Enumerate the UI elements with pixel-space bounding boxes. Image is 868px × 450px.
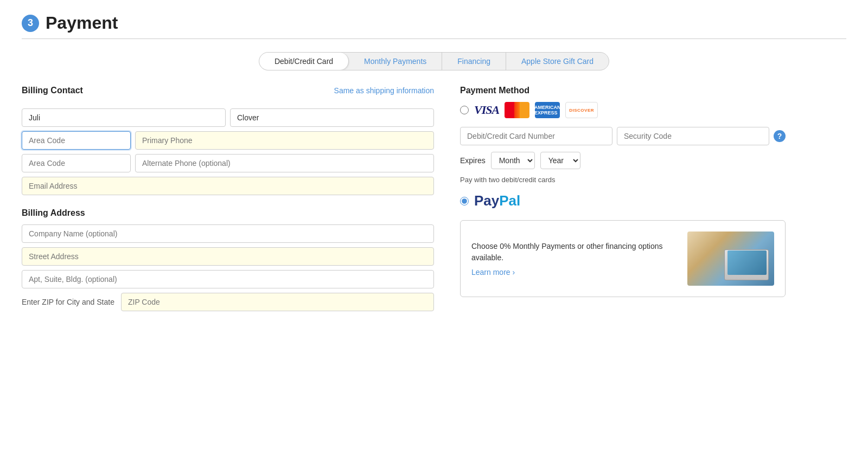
promo-image	[687, 232, 774, 286]
last-name-input[interactable]	[230, 108, 434, 127]
tab-monthly-payments[interactable]: Monthly Payments	[349, 53, 442, 70]
alternate-phone-input[interactable]	[135, 154, 434, 172]
payment-method-label: Payment Method	[460, 86, 786, 95]
discover-logo: DISCOVER	[565, 102, 598, 118]
amex-logo: AMERICANEXPRESS	[535, 102, 560, 118]
tab-debit-credit[interactable]: Debit/Credit Card	[259, 53, 349, 70]
card-number-input[interactable]	[460, 127, 612, 145]
street-address-input[interactable]	[22, 247, 434, 266]
apt-suite-input[interactable]	[22, 270, 434, 288]
page-title: Payment	[46, 13, 118, 33]
security-code-input[interactable]	[617, 127, 769, 145]
promo-banner: Choose 0% Monthly Payments or other fina…	[460, 220, 786, 297]
payment-tabs: Debit/Credit Card Monthly Payments Finan…	[22, 52, 846, 70]
promo-text: Choose 0% Monthly Payments or other fina…	[471, 241, 679, 263]
mastercard-logo	[505, 102, 529, 118]
same-as-shipping-link[interactable]: Same as shipping information	[334, 86, 434, 95]
area-code-alt-input[interactable]	[22, 154, 131, 172]
learn-more-link[interactable]: Learn more ›	[471, 268, 515, 277]
first-name-input[interactable]	[22, 108, 226, 127]
security-code-help-icon[interactable]: ?	[774, 130, 786, 142]
paypal-logo: PayPal	[474, 192, 520, 209]
tab-financing[interactable]: Financing	[442, 53, 506, 70]
tab-gift-card[interactable]: Apple Store Gift Card	[506, 53, 609, 70]
pay-two-cards-text: Pay with two debit/credit cards	[460, 176, 786, 184]
zip-code-input[interactable]	[121, 293, 434, 311]
company-name-input[interactable]	[22, 224, 434, 243]
billing-contact-label: Billing Contact	[22, 86, 83, 95]
email-address-input[interactable]	[22, 177, 434, 195]
expires-label: Expires	[460, 156, 486, 165]
primary-phone-input[interactable]	[135, 131, 434, 150]
visa-logo: VISA	[474, 103, 499, 117]
area-code-input[interactable]	[22, 131, 131, 150]
billing-address-label: Billing Address	[22, 208, 434, 218]
card-radio-button[interactable]	[460, 106, 469, 114]
month-select[interactable]: Month 010203 040506 070809 101112	[491, 152, 535, 169]
zip-label: Enter ZIP for City and State	[22, 298, 114, 306]
card-logos-row: VISA AMERICANEXPRESS DISCOVER	[460, 102, 786, 118]
paypal-radio-button[interactable]	[460, 197, 469, 205]
step-indicator: 3	[22, 15, 39, 32]
year-select[interactable]: Year 202420252026 2027202820292030	[540, 152, 580, 169]
